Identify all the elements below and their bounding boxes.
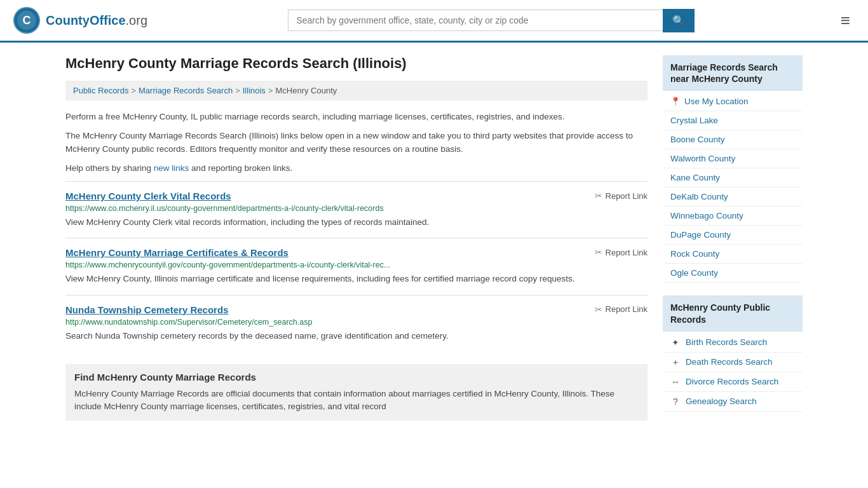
record-card-2: Nunda Township Cemetery Records ✂ Report… — [65, 295, 648, 351]
sidebar-item-kane-county[interactable]: Kane County — [663, 168, 803, 187]
description-para-2: The McHenry County Marriage Records Sear… — [65, 130, 648, 156]
report-link-label-1: Report Link — [606, 248, 648, 257]
public-records-section-title: McHenry County Public Records — [663, 295, 803, 331]
death-icon: + — [670, 357, 681, 367]
record-desc-0: View McHenry County Clerk vital records … — [65, 216, 648, 229]
search-bar: 🔍 — [288, 9, 695, 32]
genealogy-icon: ? — [670, 396, 681, 407]
sidebar-birth-records[interactable]: ✦ Birth Records Search — [663, 333, 803, 353]
breadcrumb-illinois[interactable]: Illinois — [243, 86, 266, 95]
breadcrumb: Public Records > Marriage Records Search… — [65, 81, 648, 100]
sidebar-item-dupage-county[interactable]: DuPage County — [663, 226, 803, 245]
record-title-1[interactable]: McHenry County Marriage Certificates & R… — [65, 247, 288, 258]
description-para-1: Perform a free McHenry County, IL public… — [65, 111, 648, 123]
report-link-2[interactable]: ✂ Report Link — [595, 304, 648, 315]
find-section-desc: McHenry County Marriage Records are offi… — [74, 388, 639, 414]
sidebar-item-rock-county[interactable]: Rock County — [663, 245, 803, 264]
breadcrumb-sep-2: > — [235, 86, 240, 95]
location-icon: 📍 — [670, 97, 681, 106]
record-desc-2: Search Nunda Township cemetery records b… — [65, 330, 648, 342]
record-card-0: McHenry County Clerk Vital Records ✂ Rep… — [65, 181, 648, 238]
record-url-2[interactable]: http://www.nundatownship.com/Supervisor/… — [65, 318, 648, 327]
breadcrumb-sep-3: > — [268, 86, 273, 95]
nearby-section: Marriage Records Search near McHenry Cou… — [663, 55, 803, 283]
sidebar-item-walworth-county[interactable]: Walworth County — [663, 149, 803, 168]
report-icon-1: ✂ — [595, 247, 602, 257]
birth-icon: ✦ — [670, 337, 681, 348]
nearby-section-title: Marriage Records Search near McHenry Cou… — [663, 55, 803, 91]
sidebar-item-ogle-county[interactable]: Ogle County — [663, 264, 803, 283]
new-links-link[interactable]: new links — [154, 163, 189, 173]
report-link-label-0: Report Link — [606, 191, 648, 201]
breadcrumb-mchenry: McHenry County — [275, 86, 337, 95]
report-icon-0: ✂ — [595, 191, 602, 201]
use-my-location-link[interactable]: Use My Location — [684, 97, 749, 106]
record-desc-1: View McHenry County, Illinois marriage c… — [65, 273, 648, 285]
record-url-0[interactable]: https://www.co.mchenry.il.us/county-gove… — [65, 204, 648, 213]
sidebar-item-dekalb-county[interactable]: DeKalb County — [663, 187, 803, 207]
menu-button[interactable]: ≡ — [836, 8, 855, 33]
breadcrumb-public-records[interactable]: Public Records — [73, 86, 128, 95]
search-button[interactable]: 🔍 — [663, 9, 695, 32]
report-icon-2: ✂ — [595, 304, 602, 315]
record-url-1[interactable]: https://www.mchenrycountyil.gov/county-g… — [65, 261, 648, 269]
logo[interactable]: C CountyOffice.org — [13, 6, 147, 34]
description-para-3: Help others by sharing new links and rep… — [65, 162, 648, 175]
record-title-2[interactable]: Nunda Township Cemetery Records — [65, 304, 228, 315]
sidebar-item-boone-county[interactable]: Boone County — [663, 130, 803, 149]
report-link-1[interactable]: ✂ Report Link — [595, 247, 648, 257]
public-records-section: McHenry County Public Records ✦ Birth Re… — [663, 295, 803, 411]
divorce-icon: ↔ — [670, 377, 681, 387]
sidebar-divorce-records[interactable]: ↔ Divorce Records Search — [663, 372, 803, 392]
breadcrumb-marriage-records[interactable]: Marriage Records Search — [139, 86, 233, 95]
logo-icon: C — [13, 6, 41, 34]
sidebar-use-my-location[interactable]: 📍 Use My Location — [663, 92, 803, 111]
sidebar-item-winnebago-county[interactable]: Winnebago County — [663, 207, 803, 226]
page-title: McHenry County Marriage Records Search (… — [65, 55, 648, 72]
find-section-title: Find McHenry County Marriage Records — [74, 372, 639, 383]
sidebar-death-records[interactable]: + Death Records Search — [663, 353, 803, 372]
record-card-1: McHenry County Marriage Certificates & R… — [65, 238, 648, 294]
breadcrumb-sep-1: > — [131, 86, 136, 95]
sidebar: Marriage Records Search near McHenry Cou… — [663, 55, 803, 424]
sidebar-item-crystal-lake[interactable]: Crystal Lake — [663, 111, 803, 130]
search-input[interactable] — [288, 10, 663, 31]
record-title-0[interactable]: McHenry County Clerk Vital Records — [65, 191, 231, 201]
report-link-label-2: Report Link — [606, 304, 648, 314]
report-link-0[interactable]: ✂ Report Link — [595, 191, 648, 201]
svg-text:C: C — [23, 14, 31, 27]
logo-text: CountyOffice.org — [46, 13, 147, 28]
search-icon: 🔍 — [672, 15, 685, 26]
record-list: McHenry County Clerk Vital Records ✂ Rep… — [65, 181, 648, 351]
sidebar-genealogy[interactable]: ? Genealogy Search — [663, 392, 803, 412]
find-section: Find McHenry County Marriage Records McH… — [65, 364, 648, 421]
